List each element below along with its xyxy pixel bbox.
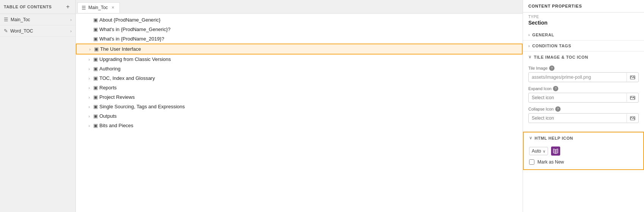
toc-item-upgrading[interactable]: › ▣ Upgrading from Classic Versions bbox=[76, 55, 523, 64]
toc-item-bits-pieces[interactable]: › ▣ Bits and Pieces bbox=[76, 121, 523, 130]
page-icon: ▣ bbox=[93, 94, 98, 100]
section-condition-tags: › CONDITION TAGS bbox=[523, 41, 644, 51]
toc-item-whats-in-generic[interactable]: ▣ What's in {ProdName_Generic}? bbox=[76, 25, 523, 34]
toc-item-label: Upgrading from Classic Versions bbox=[99, 56, 171, 62]
expand-icon-browse-button[interactable] bbox=[627, 94, 638, 102]
section-general-header[interactable]: › GENERAL bbox=[523, 30, 644, 40]
svg-point-5 bbox=[633, 117, 634, 118]
expand-icon-field: Expand Icon ? bbox=[528, 86, 639, 103]
page-icon: ▣ bbox=[93, 36, 98, 42]
main-content: ☰ Main_Toc × ▣ About {ProdName_Generic} … bbox=[76, 0, 523, 212]
page-icon: ▣ bbox=[93, 17, 98, 23]
tile-image-help-icon[interactable]: ? bbox=[549, 65, 554, 71]
toc-item-reports[interactable]: › ▣ Reports bbox=[76, 83, 523, 92]
tile-image-body: Tile Image ? Expan bbox=[523, 62, 644, 131]
chevron-right-icon: › bbox=[70, 29, 72, 33]
sidebar-item-label: Word_TOC bbox=[10, 28, 68, 34]
section-tile-image-header[interactable]: ∨ TILE IMAGE & TOC ICON bbox=[523, 51, 644, 62]
expand-chevron-icon: › bbox=[86, 76, 92, 81]
help-icon-preview bbox=[551, 147, 560, 156]
expand-icon-help-icon[interactable]: ? bbox=[553, 86, 558, 91]
section-general: › GENERAL bbox=[523, 30, 644, 41]
collapse-icon-input-row bbox=[528, 113, 639, 123]
collapse-icon-browse-button[interactable] bbox=[627, 114, 638, 122]
section-condition-tags-label: CONDITION TAGS bbox=[532, 44, 571, 48]
expand-chevron-icon: › bbox=[86, 123, 92, 128]
expand-chevron-icon: › bbox=[86, 114, 92, 118]
toc-item-single-sourcing[interactable]: › ▣ Single Sourcing, Tags and Expression… bbox=[76, 102, 523, 111]
toc-item-label: Project Reviews bbox=[99, 94, 135, 100]
section-general-label: GENERAL bbox=[532, 33, 554, 37]
tile-image-input-row bbox=[528, 72, 639, 82]
section-html-help-icon-header[interactable]: ∨ HTML HELP ICON bbox=[524, 132, 643, 143]
tab-icon: ☰ bbox=[82, 5, 86, 11]
toc-item-authoring[interactable]: › ▣ Authoring bbox=[76, 64, 523, 73]
chevron-down-icon: ∨ bbox=[529, 136, 532, 140]
toc-item-outputs[interactable]: › ▣ Outputs bbox=[76, 111, 523, 121]
mark-as-new-row: Mark as New bbox=[529, 159, 638, 165]
expand-icon-input-row bbox=[528, 93, 639, 103]
right-panel: CONTENT PROPERTIES TYPE Section › GENERA… bbox=[523, 0, 644, 212]
chevron-right-icon: › bbox=[70, 17, 72, 22]
expand-chevron-icon: › bbox=[86, 104, 92, 109]
sidebar-item-main-toc[interactable]: ☰ Main_Toc › bbox=[0, 14, 75, 25]
add-toc-button[interactable]: + bbox=[64, 3, 72, 11]
sidebar-header: TABLE OF CONTENTS + bbox=[0, 0, 75, 14]
edit-icon: ✎ bbox=[4, 28, 8, 34]
toc-item-label: The User Interface bbox=[100, 46, 141, 52]
chevron-right-icon: › bbox=[528, 33, 530, 37]
toc-item-label: TOC, Index and Glossary bbox=[99, 75, 155, 81]
page-icon: ▣ bbox=[93, 123, 98, 128]
page-icon: ▣ bbox=[93, 113, 98, 119]
toc-icon: ☰ bbox=[4, 17, 8, 22]
tab-bar: ☰ Main_Toc × bbox=[76, 0, 523, 14]
sidebar-title: TABLE OF CONTENTS bbox=[4, 5, 52, 9]
toc-item-label: Bits and Pieces bbox=[99, 123, 134, 128]
html-help-icon-body: Auto ∨ Mark as New bbox=[524, 143, 643, 169]
tab-main-toc[interactable]: ☰ Main_Toc × bbox=[77, 2, 120, 13]
tile-image-browse-button[interactable] bbox=[627, 73, 638, 81]
expand-chevron-icon: › bbox=[86, 57, 92, 62]
section-tile-image-toc-icon: ∨ TILE IMAGE & TOC ICON Tile Image ? bbox=[523, 51, 644, 132]
page-icon: ▣ bbox=[93, 104, 98, 109]
expand-chevron-icon: › bbox=[86, 86, 92, 90]
type-row: TYPE Section bbox=[523, 12, 644, 30]
type-label: TYPE bbox=[528, 15, 639, 19]
tab-close-button[interactable]: × bbox=[112, 5, 114, 10]
sidebar: TABLE OF CONTENTS + ☰ Main_Toc › ✎ Word_… bbox=[0, 0, 76, 212]
collapse-icon-help-icon[interactable]: ? bbox=[555, 106, 561, 112]
page-icon: ▣ bbox=[93, 26, 98, 32]
page-icon: ▣ bbox=[93, 56, 98, 62]
page-icon: ▣ bbox=[93, 75, 98, 81]
chevron-right-icon: › bbox=[528, 44, 530, 48]
tile-image-input[interactable] bbox=[529, 73, 627, 82]
svg-point-1 bbox=[633, 76, 634, 77]
collapse-icon-input[interactable] bbox=[529, 114, 627, 123]
expand-icon-input[interactable] bbox=[529, 93, 627, 102]
section-html-help-icon: ∨ HTML HELP ICON Auto ∨ bbox=[523, 132, 644, 170]
auto-select-dropdown[interactable]: Auto ∨ bbox=[529, 147, 548, 155]
toc-item-project-reviews[interactable]: › ▣ Project Reviews bbox=[76, 92, 523, 102]
toc-item-label: Outputs bbox=[99, 113, 117, 119]
toc-item-label: Authoring bbox=[99, 66, 121, 72]
toc-item-toc-index[interactable]: › ▣ TOC, Index and Glossary bbox=[76, 73, 523, 83]
toc-item-label: Reports bbox=[99, 85, 117, 90]
tile-image-label: Tile Image ? bbox=[528, 65, 639, 71]
toc-item-label: About {ProdName_Generic} bbox=[99, 17, 160, 23]
toc-item-user-interface[interactable]: › ▣ The User Interface bbox=[76, 44, 523, 55]
expand-icon-label: Expand Icon ? bbox=[528, 86, 639, 91]
tab-label: Main_Toc bbox=[88, 5, 108, 10]
toc-item-whats-in-2019[interactable]: ▣ What's in {ProdName_2019}? bbox=[76, 34, 523, 44]
mark-as-new-checkbox[interactable] bbox=[529, 159, 534, 165]
sidebar-item-word-toc[interactable]: ✎ Word_TOC › bbox=[0, 25, 75, 37]
toc-item-about[interactable]: ▣ About {ProdName_Generic} bbox=[76, 15, 523, 25]
toc-item-label: Single Sourcing, Tags and Expressions bbox=[99, 104, 185, 109]
expand-chevron-icon: › bbox=[86, 67, 92, 71]
svg-point-3 bbox=[633, 97, 634, 98]
toc-tree: ▣ About {ProdName_Generic} ▣ What's in {… bbox=[76, 14, 523, 212]
toc-item-label: What's in {ProdName_2019}? bbox=[99, 36, 164, 42]
collapse-icon-field: Collapse Icon ? bbox=[528, 106, 639, 123]
section-tile-image-label: TILE IMAGE & TOC ICON bbox=[534, 55, 588, 59]
page-icon: ▣ bbox=[94, 46, 99, 52]
section-condition-tags-header[interactable]: › CONDITION TAGS bbox=[523, 41, 644, 51]
